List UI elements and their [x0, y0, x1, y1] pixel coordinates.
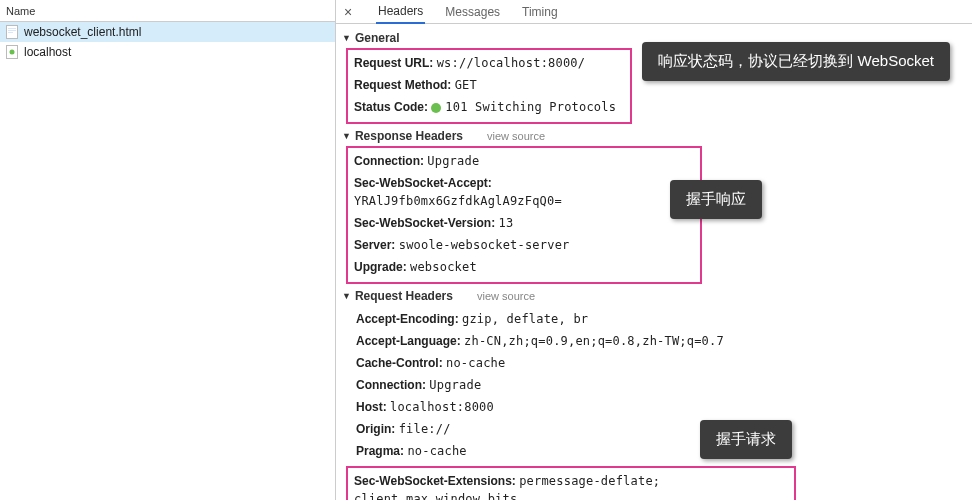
file-icon: [6, 25, 18, 39]
request-outline: Sec-WebSocket-Extensions: permessage-def…: [346, 466, 796, 500]
header-value: 101 Switching Protocols: [445, 100, 616, 114]
header-value: no-cache: [407, 444, 466, 458]
header-key: Sec-WebSocket-Extensions:: [354, 474, 516, 488]
general-outline: Request URL: ws://localhost:8000/Request…: [346, 48, 632, 124]
header-row: Cache-Control: no-cache: [350, 352, 972, 374]
header-row: Upgrade: websocket: [348, 256, 694, 278]
header-key: Sec-WebSocket-Accept:: [354, 176, 492, 190]
request-headers-list: Accept-Encoding: gzip, deflate, brAccept…: [336, 306, 972, 466]
header-key: Status Code:: [354, 100, 428, 114]
header-key: Host:: [356, 400, 387, 414]
header-value: swoole-websocket-server: [399, 238, 570, 252]
header-value: 13: [499, 216, 514, 230]
svg-point-5: [10, 50, 15, 55]
status-dot-icon: [431, 103, 441, 113]
header-row: Status Code: 101 Switching Protocols: [348, 96, 624, 118]
header-row: Connection: Upgrade: [348, 150, 694, 172]
annotation-status: 响应状态码，协议已经切换到 WebSocket: [642, 42, 950, 81]
section-title: Response Headers: [355, 129, 463, 143]
header-value: file://: [399, 422, 451, 436]
section-request-headers[interactable]: ▼ Request Headers view source: [336, 286, 972, 306]
network-request-list: Name websocket_client.htmllocalhost: [0, 0, 336, 500]
view-source-link[interactable]: view source: [477, 290, 535, 302]
header-value: localhost:8000: [390, 400, 494, 414]
header-row: Request URL: ws://localhost:8000/: [348, 52, 624, 74]
detail-panel: × HeadersMessagesTiming ▼ General Reques…: [336, 0, 972, 500]
header-key: Sec-WebSocket-Version:: [354, 216, 495, 230]
header-key: Request URL:: [354, 56, 433, 70]
header-row: Sec-WebSocket-Accept: YRAlJ9fb0mx6GzfdkA…: [348, 172, 694, 212]
annotation-response: 握手响应: [670, 180, 762, 219]
header-key: Server:: [354, 238, 395, 252]
tab-headers[interactable]: Headers: [376, 0, 425, 24]
header-key: Accept-Encoding:: [356, 312, 459, 326]
header-key: Origin:: [356, 422, 395, 436]
tab-timing[interactable]: Timing: [520, 1, 560, 23]
header-key: Request Method:: [354, 78, 451, 92]
header-row: Pragma: no-cache: [350, 440, 972, 462]
view-source-link[interactable]: view source: [487, 130, 545, 142]
header-row: Request Method: GET: [348, 74, 624, 96]
header-value: GET: [455, 78, 477, 92]
svg-rect-3: [8, 32, 13, 33]
tab-messages[interactable]: Messages: [443, 1, 502, 23]
header-key: Connection:: [354, 154, 424, 168]
header-row: Sec-WebSocket-Extensions: permessage-def…: [348, 470, 788, 500]
request-label: websocket_client.html: [24, 25, 141, 39]
header-value: zh-CN,zh;q=0.9,en;q=0.8,zh-TW;q=0.7: [464, 334, 724, 348]
section-title: General: [355, 31, 400, 45]
detail-tabs: × HeadersMessagesTiming: [336, 0, 972, 24]
header-row: Accept-Language: zh-CN,zh;q=0.9,en;q=0.8…: [350, 330, 972, 352]
header-value: ws://localhost:8000/: [437, 56, 586, 70]
header-key: Cache-Control:: [356, 356, 443, 370]
section-response-headers[interactable]: ▼ Response Headers view source: [336, 126, 972, 146]
disclosure-icon: ▼: [342, 131, 351, 141]
header-key: Connection:: [356, 378, 426, 392]
request-label: localhost: [24, 45, 71, 59]
header-value: YRAlJ9fb0mx6GzfdkAglA9zFqQ0=: [354, 194, 562, 208]
request-row[interactable]: localhost: [0, 42, 335, 62]
header-row: Connection: Upgrade: [350, 374, 972, 396]
close-icon[interactable]: ×: [344, 4, 358, 20]
svg-rect-1: [8, 28, 16, 29]
request-row[interactable]: websocket_client.html: [0, 22, 335, 42]
header-value: websocket: [410, 260, 477, 274]
header-row: Host: localhost:8000: [350, 396, 972, 418]
header-row: Origin: file://: [350, 418, 972, 440]
header-row: Accept-Encoding: gzip, deflate, br: [350, 308, 972, 330]
header-value: Upgrade: [427, 154, 479, 168]
disclosure-icon: ▼: [342, 33, 351, 43]
annotation-request: 握手请求: [700, 420, 792, 459]
header-value: Upgrade: [429, 378, 481, 392]
svg-rect-2: [8, 30, 16, 31]
header-row: Sec-WebSocket-Version: 13: [348, 212, 694, 234]
header-row: Server: swoole-websocket-server: [348, 234, 694, 256]
list-header-name: Name: [0, 0, 335, 22]
websocket-icon: [6, 45, 18, 59]
header-value: gzip, deflate, br: [462, 312, 588, 326]
header-value: no-cache: [446, 356, 505, 370]
header-key: Pragma:: [356, 444, 404, 458]
header-key: Accept-Language:: [356, 334, 461, 348]
section-title: Request Headers: [355, 289, 453, 303]
headers-panel: ▼ General Request URL: ws://localhost:80…: [336, 24, 972, 500]
disclosure-icon: ▼: [342, 291, 351, 301]
header-key: Upgrade:: [354, 260, 407, 274]
response-outline: Connection: UpgradeSec-WebSocket-Accept:…: [346, 146, 702, 284]
